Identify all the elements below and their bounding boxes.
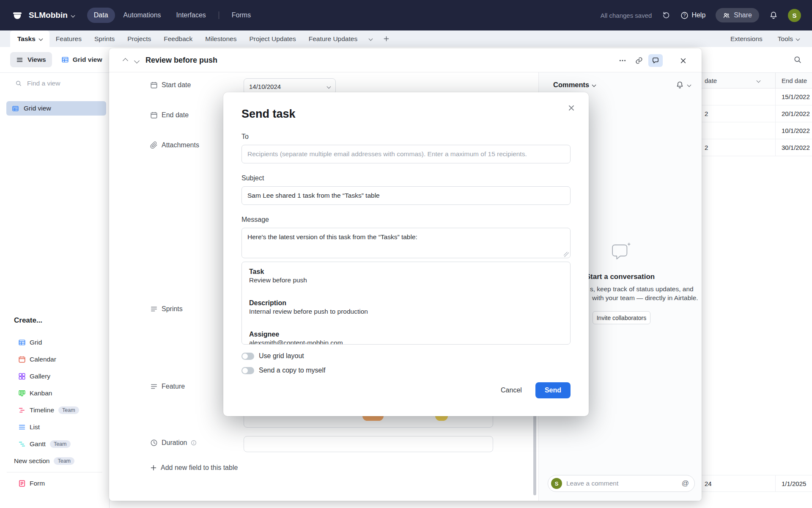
create-view-list: Grid Calendar Gallery Kanban Timeline Te… [0,334,109,492]
nav-item-automations[interactable]: Automations [117,8,168,23]
plus-icon [150,464,157,471]
nav-item-interfaces[interactable]: Interfaces [170,8,213,23]
cancel-button[interactable]: Cancel [493,382,529,398]
history-icon[interactable] [662,11,670,19]
create-item-new-section[interactable]: New section Team [0,453,109,469]
grid-view-button[interactable]: Grid view [61,56,102,64]
column-header-date[interactable]: date [702,73,776,88]
people-icon [723,12,730,19]
workspace-switcher[interactable]: SLMobbin [29,11,74,20]
svg-text:?: ? [683,13,686,18]
previous-record-button[interactable] [119,55,131,66]
tab-milestones[interactable]: Milestones [199,30,243,47]
send-copy-toggle[interactable] [241,367,254,374]
save-status: All changes saved [601,12,652,19]
search-icon [15,80,22,87]
find-view-placeholder: Find a view [27,80,60,87]
sidebar-view-grid-view[interactable]: Grid view [6,101,106,116]
views-button[interactable]: Views [10,52,52,67]
field-name: Start date [162,81,191,89]
create-item-timeline[interactable]: Timeline Team [0,402,109,419]
paperclip-icon [150,141,158,149]
tab-feature-updates[interactable]: Feature Updates [302,30,364,47]
tab-feedback[interactable]: Feedback [157,30,199,47]
table-row[interactable]: 10/1/2022 [702,122,812,139]
subject-input[interactable] [241,186,571,205]
find-view-search-input[interactable]: Find a view [15,80,60,87]
item-label: Timeline [30,406,54,414]
add-field-label: Add new field to this table [161,464,238,472]
add-table-button[interactable] [378,30,395,47]
create-item-gallery[interactable]: Gallery [0,368,109,385]
message-label: Message [241,216,269,224]
app-logo-icon[interactable] [11,9,24,22]
chevron-down-icon [592,83,596,87]
calendar-icon [150,111,158,119]
create-item-grid[interactable]: Grid [0,334,109,351]
toggle-comments-icon[interactable] [648,54,663,67]
tab-features[interactable]: Features [49,30,88,47]
help-button[interactable]: ? Help [680,11,705,19]
create-item-calendar[interactable]: Calendar [0,351,109,368]
close-record-icon[interactable] [676,54,690,67]
item-label: Form [30,480,45,487]
field-label-end-date: End date [150,111,189,119]
create-item-kanban[interactable]: Kanban [0,385,109,402]
tab-tasks[interactable]: Tasks [10,30,49,47]
field-name: End date [162,111,189,119]
send-button[interactable]: Send [535,382,571,398]
create-item-gantt[interactable]: Gantt Team [0,436,109,453]
chevron-down-icon [38,37,43,41]
gallery-icon [18,373,26,380]
invite-collaborators-button[interactable]: Invite collaborators [593,311,650,324]
user-avatar[interactable]: S [788,9,801,22]
item-label: Kanban [30,389,52,397]
subject-label: Subject [241,174,264,182]
table-row[interactable]: 15/1/2022 [702,88,812,105]
next-record-button[interactable] [131,55,143,66]
table-row[interactable]: 2 20/1/2022 [702,105,812,122]
message-textarea[interactable]: Here's the latest version of this task f… [241,228,571,258]
column-header-end-date[interactable]: End date [776,73,812,88]
composer-avatar: S [551,478,562,489]
create-item-form[interactable]: Form [0,475,109,492]
recipients-input[interactable] [241,145,571,163]
dialog-close-icon[interactable] [565,102,578,114]
tab-sprints[interactable]: Sprints [88,30,121,47]
grid-view-label: Grid view [73,56,102,64]
item-label: New section [14,457,49,465]
cell: 30/1/2022 [776,139,812,156]
nav-item-data[interactable]: Data [87,8,115,23]
table-row[interactable]: 2 30/1/2022 [702,139,812,156]
tab-projects[interactable]: Projects [121,30,157,47]
preview-field-value: Review before push [249,276,563,284]
item-label: Calendar [30,356,56,363]
mention-at-icon[interactable]: @ [682,479,689,488]
table-row[interactable]: 24 1/1/2025 [702,475,812,492]
add-field-button[interactable]: Add new field to this table [150,464,238,472]
extensions-button[interactable]: Extensions [730,35,763,43]
list-icon [18,423,26,431]
copy-link-icon[interactable] [632,54,646,67]
comment-composer[interactable]: S Leave a comment @ [548,475,695,492]
notifications-bell-icon[interactable] [769,11,778,19]
search-icon[interactable] [793,55,802,64]
comments-header: Comments [553,81,691,89]
use-grid-layout-toggle[interactable] [241,353,254,360]
calendar-icon [150,81,158,89]
send-task-dialog: Send task To Subject Message Here's the … [223,92,589,416]
create-item-list[interactable]: List [0,419,109,436]
tab-project-updates[interactable]: Project Updates [243,30,302,47]
share-button[interactable]: Share [716,8,759,22]
comments-notification-setting[interactable] [676,81,691,89]
more-options-icon[interactable] [615,54,630,67]
duration-input[interactable] [244,436,493,452]
comments-empty-text-line2: with your team — directly in Airtable. [592,294,698,302]
tools-button[interactable]: Tools [778,35,799,43]
nav-item-forms[interactable]: Forms [225,8,258,23]
help-label: Help [691,11,705,19]
comments-dropdown[interactable]: Comments [553,81,595,89]
cell: 10/1/2022 [776,122,812,139]
item-label: List [30,423,40,431]
tab-overflow-chevron[interactable] [364,30,378,47]
